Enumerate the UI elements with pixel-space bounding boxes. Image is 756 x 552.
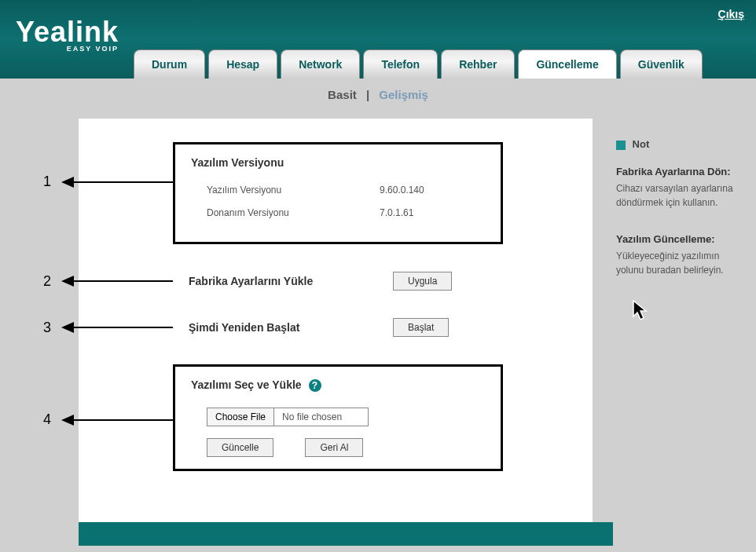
firmware-version-label: Yazılım Versiyonu <box>207 185 317 196</box>
note-header-text: Not <box>633 138 650 150</box>
logo: Yealink EASY VOIP <box>16 16 119 53</box>
cursor-icon <box>632 299 651 323</box>
restart-button[interactable]: Başlat <box>393 318 449 337</box>
tab-network[interactable]: Network <box>281 49 360 79</box>
sidebar-notes: Not Fabrika Ayarlarına Dön: Cihazı varsa… <box>616 119 744 522</box>
firmware-version-value: 9.60.0.140 <box>380 185 424 196</box>
note-factory-title: Fabrika Ayarlarına Dön: <box>616 166 744 177</box>
subnav-advanced[interactable]: Gelişmiş <box>379 88 428 101</box>
restart-label: Şimdi Yeniden Başlat <box>189 321 330 334</box>
tab-directory[interactable]: Rehber <box>441 49 515 79</box>
help-icon[interactable]: ? <box>309 379 321 392</box>
note-update-text: Yükleyeceğiniz yazılımın yolunu buradan … <box>616 249 744 277</box>
upload-title-text: Yazılımı Seç ve Yükle <box>191 378 302 391</box>
tab-account[interactable]: Hesap <box>208 49 277 79</box>
apply-button[interactable]: Uygula <box>393 272 452 291</box>
revert-button[interactable]: Geri Al <box>305 438 363 457</box>
firmware-version-row: Yazılım Versiyonu 9.60.0.140 <box>191 185 485 196</box>
note-update-title: Yazılım Güncelleme: <box>616 233 744 245</box>
callout-number-2: 2 <box>43 273 51 290</box>
factory-reset-label: Fabrika Ayarlarını Yükle <box>189 275 330 287</box>
choose-file-button[interactable]: Choose File <box>207 408 274 426</box>
version-box-title: Yazılım Versiyonu <box>191 156 485 169</box>
version-box: Yazılım Versiyonu Yazılım Versiyonu 9.60… <box>173 142 503 244</box>
callout-number-3: 3 <box>43 320 51 336</box>
tab-security[interactable]: Güvenlik <box>620 49 703 79</box>
subnav-separator: | <box>366 88 369 101</box>
callout-number-4: 4 <box>43 411 51 428</box>
tab-phone[interactable]: Telefon <box>363 49 438 79</box>
tab-upgrade[interactable]: Güncelleme <box>518 49 616 79</box>
update-button[interactable]: Güncelle <box>207 438 273 457</box>
upload-title: Yazılımı Seç ve Yükle ? <box>191 378 485 392</box>
tab-status[interactable]: Durum <box>134 49 205 79</box>
note-icon <box>616 141 626 150</box>
callout-arrow-icon <box>63 280 173 282</box>
upload-box: Yazılımı Seç ve Yükle ? Choose File No f… <box>173 364 503 471</box>
callout-arrow-icon <box>63 419 173 421</box>
note-header: Not <box>616 138 744 150</box>
logout-link[interactable]: Çıkış <box>718 8 744 20</box>
hardware-version-row: Donanım Versiyonu 7.0.1.61 <box>191 207 485 218</box>
hardware-version-label: Donanım Versiyonu <box>207 207 317 218</box>
subnav-basic[interactable]: Basit <box>328 88 357 101</box>
main-tabs: Durum Hesap Network Telefon Rehber Günce… <box>134 49 703 79</box>
logo-text: Yealink <box>16 16 119 49</box>
callout-arrow-icon <box>63 181 173 183</box>
callout-arrow-icon <box>63 327 173 328</box>
main-content: 1 Yazılım Versiyonu Yazılım Versiyonu 9.… <box>79 119 593 522</box>
callout-number-1: 1 <box>43 174 51 190</box>
footer-bar <box>79 522 613 546</box>
sub-nav: Basit | Gelişmiş <box>0 79 756 111</box>
file-chosen-text: No file chosen <box>274 408 369 426</box>
hardware-version-value: 7.0.1.61 <box>380 207 413 218</box>
file-chooser-row: Choose File No file chosen <box>207 408 485 426</box>
note-factory-text: Cihazı varsayılan ayarlarına döndürmek i… <box>616 181 744 210</box>
